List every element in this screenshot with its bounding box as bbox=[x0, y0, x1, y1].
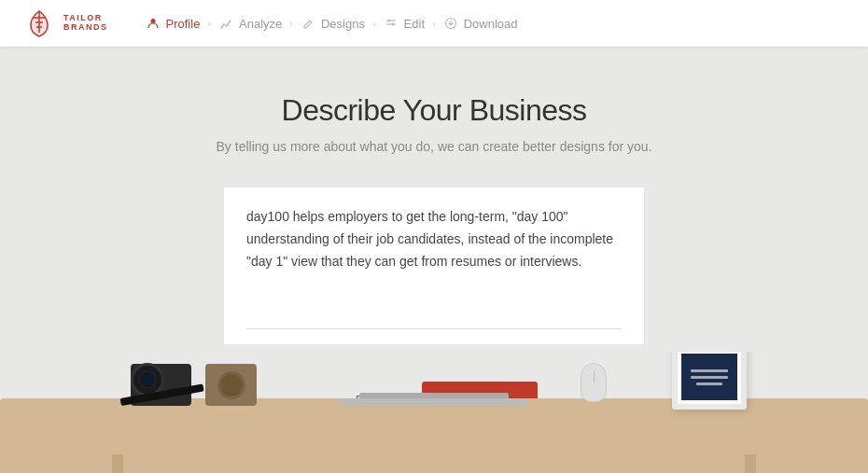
desk-surface bbox=[0, 398, 868, 473]
nav-step-edit[interactable]: Edit bbox=[384, 16, 425, 31]
logo[interactable]: TAILOR BRANDS bbox=[22, 7, 108, 40]
page-subtitle: By telling us more about what you do, we… bbox=[217, 139, 652, 154]
frame-screen bbox=[681, 354, 737, 400]
analyze-icon bbox=[218, 16, 233, 31]
nav-edit-label: Edit bbox=[404, 17, 425, 31]
laptop-decoration bbox=[341, 393, 527, 406]
download-icon bbox=[443, 16, 458, 31]
nav-step-download[interactable]: Download bbox=[443, 16, 518, 31]
svg-point-4 bbox=[391, 23, 394, 26]
chevron-icon-1: › bbox=[207, 18, 211, 29]
frame-text-1 bbox=[691, 369, 728, 372]
textarea-underline bbox=[246, 328, 622, 329]
desk-decoration bbox=[0, 352, 868, 473]
chevron-icon-2: › bbox=[289, 18, 293, 29]
description-card: day100 helps employers to get the long-t… bbox=[224, 188, 644, 344]
radio-decoration bbox=[205, 364, 257, 406]
camera-lens-inner bbox=[138, 370, 157, 389]
camera-decoration bbox=[121, 352, 196, 406]
nav-step-profile[interactable]: Profile bbox=[146, 16, 201, 31]
svg-point-3 bbox=[387, 20, 390, 22]
chevron-icon-4: › bbox=[432, 18, 436, 29]
business-description-input[interactable]: day100 helps employers to get the long-t… bbox=[246, 206, 622, 317]
frame-text-2 bbox=[691, 376, 728, 379]
laptop-base bbox=[341, 398, 527, 406]
nav-analyze-label: Analyze bbox=[239, 17, 282, 31]
nav-step-analyze[interactable]: Analyze bbox=[218, 16, 282, 31]
frame-text-3 bbox=[696, 383, 722, 385]
page-title: Describe Your Business bbox=[282, 93, 587, 128]
mouse-scroll-line bbox=[594, 371, 595, 383]
radio-speaker bbox=[217, 371, 245, 399]
nav-designs-label: Designs bbox=[321, 17, 365, 31]
svg-point-0 bbox=[150, 19, 155, 23]
frame-decoration bbox=[672, 352, 747, 410]
logo-text-line2: BRANDS bbox=[63, 23, 108, 33]
sliders-icon bbox=[384, 16, 399, 31]
header: TAILOR BRANDS Profile › Analyze › Design… bbox=[0, 0, 868, 47]
nav-profile-label: Profile bbox=[166, 17, 201, 31]
desk-leg-left bbox=[112, 454, 123, 473]
chevron-icon-3: › bbox=[372, 18, 376, 29]
pencil-icon bbox=[301, 16, 315, 31]
nav-step-designs[interactable]: Designs bbox=[301, 16, 365, 31]
logo-icon bbox=[22, 7, 56, 40]
desk-leg-right bbox=[745, 454, 756, 473]
nav-download-label: Download bbox=[464, 17, 518, 31]
breadcrumb-nav: Profile › Analyze › Designs › Edit › bbox=[146, 16, 518, 31]
mouse-decoration bbox=[581, 363, 607, 402]
person-icon bbox=[146, 16, 161, 31]
